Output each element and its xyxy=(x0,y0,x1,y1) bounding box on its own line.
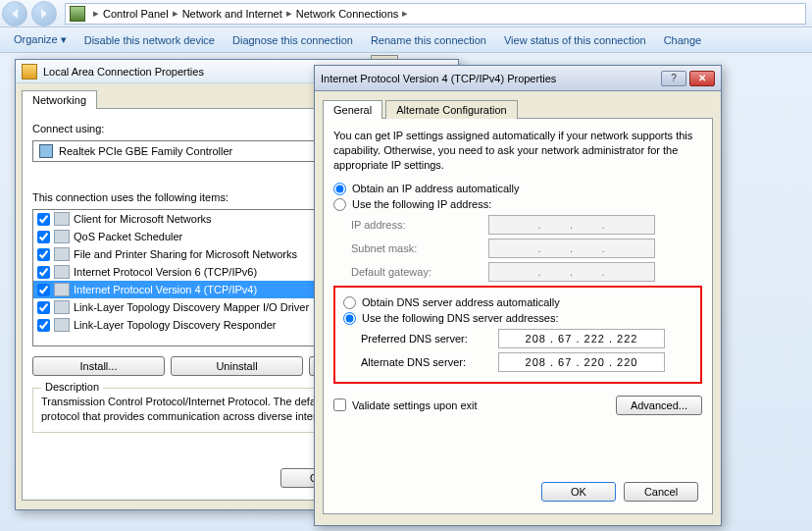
item-checkbox[interactable] xyxy=(37,248,50,261)
breadcrumb-item[interactable]: Network Connections xyxy=(296,8,399,20)
subnet-label: Subnet mask: xyxy=(351,242,488,254)
item-checkbox[interactable] xyxy=(37,301,50,314)
organize-menu[interactable]: Organize ▾ xyxy=(14,33,67,46)
component-icon xyxy=(54,318,70,332)
window-title: Internet Protocol Version 4 (TCP/IPv4) P… xyxy=(321,73,556,84)
item-checkbox[interactable] xyxy=(37,284,50,296)
uninstall-button[interactable]: Uninstall xyxy=(171,356,303,376)
gateway-label: Default gateway: xyxy=(351,266,488,278)
arrow-right-icon xyxy=(41,9,47,19)
tab-networking[interactable]: Networking xyxy=(22,90,97,109)
adapter-name: Realtek PCIe GBE Family Controller xyxy=(59,145,232,157)
use-ip-radio[interactable] xyxy=(333,198,346,211)
arrow-left-icon xyxy=(12,9,18,19)
explorer-nav: ▸ Control Panel ▸ Network and Internet ▸… xyxy=(0,0,812,27)
info-text: You can get IP settings assigned automat… xyxy=(333,129,702,173)
window-title: Local Area Connection Properties xyxy=(43,66,204,78)
ip-address-label: IP address: xyxy=(351,219,488,231)
ipv4-titlebar[interactable]: Internet Protocol Version 4 (TCP/IPv4) P… xyxy=(315,66,721,91)
item-checkbox[interactable] xyxy=(37,319,50,332)
preferred-dns-label: Preferred DNS server: xyxy=(361,333,498,345)
tab-alternate-configuration[interactable]: Alternate Configuration xyxy=(385,100,518,119)
help-button[interactable]: ? xyxy=(661,71,686,86)
component-icon xyxy=(54,265,70,279)
use-dns-label: Use the following DNS server addresses: xyxy=(362,312,559,324)
alternate-dns-label: Alternate DNS server: xyxy=(361,356,498,368)
tab-general[interactable]: General xyxy=(323,100,382,119)
breadcrumb-item[interactable]: Network and Internet xyxy=(182,8,282,20)
ip-address-input xyxy=(488,215,655,235)
use-ip-label: Use the following IP address: xyxy=(352,198,491,210)
ok-button[interactable]: OK xyxy=(541,482,616,502)
breadcrumb-item[interactable]: Control Panel xyxy=(103,8,169,20)
gateway-input xyxy=(488,262,655,282)
item-checkbox[interactable] xyxy=(37,213,50,226)
component-icon xyxy=(54,247,70,261)
obtain-ip-label: Obtain an IP address automatically xyxy=(352,183,519,194)
ipv4-properties-window: Internet Protocol Version 4 (TCP/IPv4) P… xyxy=(314,65,722,526)
nav-forward-button[interactable] xyxy=(31,1,57,27)
component-icon xyxy=(54,283,70,296)
obtain-dns-radio[interactable] xyxy=(343,296,356,309)
component-icon xyxy=(54,300,70,314)
install-button[interactable]: Install... xyxy=(32,356,165,376)
validate-checkbox[interactable] xyxy=(333,398,346,411)
change-button[interactable]: Change xyxy=(664,34,702,46)
obtain-ip-radio[interactable] xyxy=(333,183,346,195)
diagnose-button[interactable]: Diagnose this connection xyxy=(232,34,353,46)
obtain-dns-label: Obtain DNS server address automatically xyxy=(362,296,560,308)
component-icon xyxy=(54,230,70,243)
adapter-icon xyxy=(39,144,53,158)
item-checkbox[interactable] xyxy=(37,266,50,279)
nav-back-button[interactable] xyxy=(2,1,27,27)
control-panel-icon xyxy=(70,6,85,22)
item-checkbox[interactable] xyxy=(37,231,50,243)
toolbar: Organize ▾ Disable this network device D… xyxy=(0,27,812,53)
network-adapter-icon xyxy=(22,64,37,80)
use-dns-radio[interactable] xyxy=(343,312,356,325)
validate-label: Validate settings upon exit xyxy=(352,399,478,411)
breadcrumb[interactable]: ▸ Control Panel ▸ Network and Internet ▸… xyxy=(65,3,806,25)
dns-highlight-box: Obtain DNS server address automatically … xyxy=(333,286,702,384)
rename-button[interactable]: Rename this connection xyxy=(371,34,486,46)
subnet-input xyxy=(488,239,655,258)
advanced-button[interactable]: Advanced... xyxy=(616,396,702,415)
description-label: Description xyxy=(41,381,103,393)
alternate-dns-input[interactable] xyxy=(498,352,665,372)
disable-device-button[interactable]: Disable this network device xyxy=(84,34,215,46)
preferred-dns-input[interactable] xyxy=(498,329,665,348)
cancel-button[interactable]: Cancel xyxy=(624,482,698,502)
view-status-button[interactable]: View status of this connection xyxy=(504,34,646,46)
close-button[interactable]: ✕ xyxy=(689,71,715,86)
component-icon xyxy=(54,212,70,226)
